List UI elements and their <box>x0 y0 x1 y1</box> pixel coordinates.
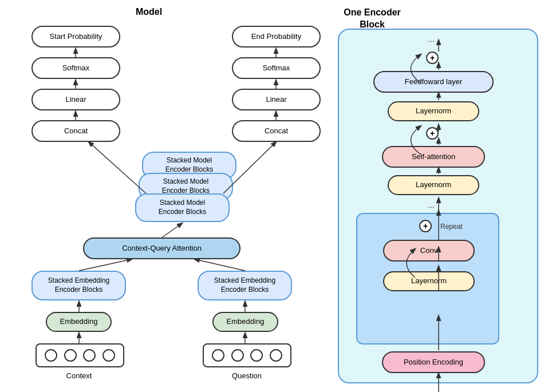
start-prob-box: Start Probability <box>31 26 120 47</box>
embedding-left-box: Embedding <box>46 312 112 332</box>
context-query-box: Context-Query Attention <box>83 237 240 259</box>
token-circle <box>212 349 224 362</box>
svg-line-5 <box>195 259 245 271</box>
svg-line-6 <box>162 223 182 237</box>
linear-left-box: Linear <box>31 89 120 110</box>
encoder-inner: + Repeat Conv Layernorm <box>356 213 499 345</box>
tokens-right <box>203 343 291 367</box>
dots-mid: ... <box>428 200 435 209</box>
plus-top: + <box>426 52 439 64</box>
self-attention-box: Self-attention <box>382 146 485 168</box>
token-circle <box>270 349 282 362</box>
diagram-container: Model One EncoderBlock Start Probability… <box>0 0 556 392</box>
encoder-outer: ... + Feedfoward layer Layernorm + Self-… <box>338 29 538 383</box>
tokens-left <box>36 343 124 367</box>
svg-line-2 <box>79 259 132 271</box>
token-circle <box>64 349 77 362</box>
caption-context: Context <box>50 371 108 380</box>
concat-left-box: Concat <box>31 120 120 142</box>
plus-mid: + <box>426 127 439 140</box>
feedforward-box: Feedfoward layer <box>373 71 494 93</box>
encoder-title: One EncoderBlock <box>338 7 407 31</box>
layernorm-top-box: Layernorm <box>388 101 479 121</box>
caption-question: Question <box>218 371 275 380</box>
repeat-label: Repeat <box>440 223 463 231</box>
dots-top: ... <box>428 34 435 43</box>
layernorm-mid-box: Layernorm <box>388 175 479 195</box>
token-circle <box>250 349 263 362</box>
token-circle <box>231 349 244 362</box>
model-title: Model <box>115 7 183 17</box>
linear-right-box: Linear <box>232 89 321 110</box>
stacked-embed-left-box: Stacked Embedding Encoder Blocks <box>31 271 126 300</box>
concat-right-box: Concat <box>232 120 321 142</box>
softmax-left-box: Softmax <box>31 57 120 79</box>
plus-inner: + <box>419 220 432 232</box>
position-encoding-box: Position Encoding <box>382 351 485 373</box>
stacked-embed-right-box: Stacked Embedding Encoder Blocks <box>198 271 292 300</box>
end-prob-box: End Probability <box>232 26 321 47</box>
token-circle <box>45 349 57 362</box>
layernorm-bot-box: Layernorm <box>383 271 475 291</box>
svg-line-7 <box>89 142 146 193</box>
stacked-model-1-box: Stacked Model Encoder Blocks <box>135 193 230 222</box>
embedding-right-box: Embedding <box>212 312 278 332</box>
token-circle <box>83 349 96 362</box>
token-circle <box>102 349 115 362</box>
conv-box: Conv <box>383 240 475 262</box>
softmax-right-box: Softmax <box>232 57 321 79</box>
